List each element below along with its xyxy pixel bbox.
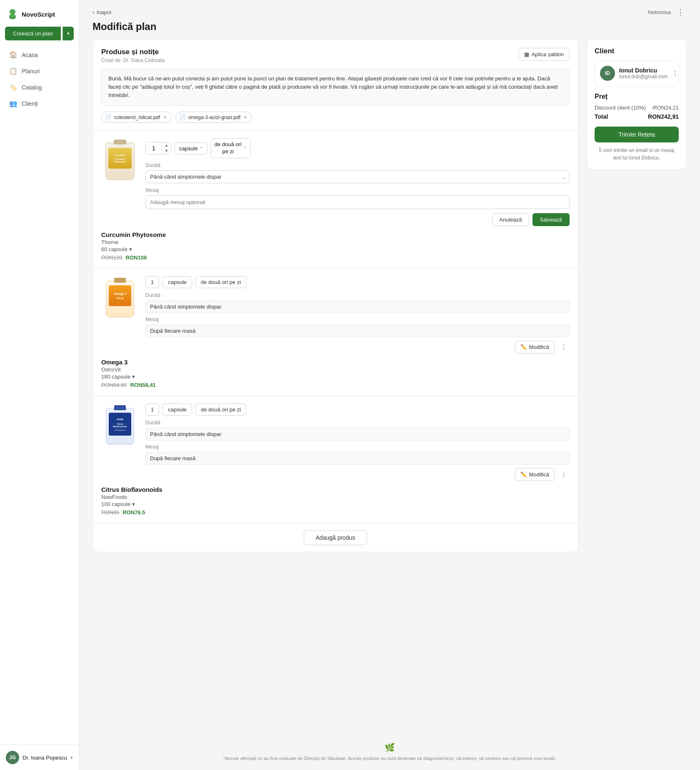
price-section: Preț Discount client (10%) -RON24,21 Tot… xyxy=(595,93,679,120)
price-old-curcumin: RON120 xyxy=(101,254,122,261)
product-price-curcumin: RON120 RON108 xyxy=(101,254,570,261)
attachment-close-1[interactable]: × xyxy=(244,114,247,120)
duration-field-citrus: Durată Până când simptomele dispar xyxy=(145,420,570,441)
freq-arrow-icon-curcumin: ⌃ xyxy=(243,146,247,151)
edit-button-omega3[interactable]: ✏️ Modifică xyxy=(515,341,555,354)
product-item-citrus: now CitrusBioflavonoids 100 Capsules 1 c… xyxy=(93,396,578,523)
product-capsules-citrus[interactable]: 100 capsule ▾ xyxy=(101,501,570,507)
duration-select-curcumin[interactable]: Până când simptomele dispar xyxy=(145,170,570,183)
unit-chip-omega3: capsule xyxy=(162,276,192,288)
send-note: Îi vom trimite un email si un mesaj text… xyxy=(595,147,679,162)
product-name-curcumin: Curcumin Phytosome xyxy=(101,231,570,238)
attachment-close-0[interactable]: × xyxy=(163,114,167,120)
status-badge: Netrimisa xyxy=(648,9,671,15)
unit-select-curcumin[interactable]: capsule ⌃ xyxy=(175,142,208,154)
price-old-citrus: RON85 xyxy=(101,509,119,516)
back-link[interactable]: ‹ Inapoi xyxy=(92,9,111,15)
client-section-title: Client xyxy=(595,47,679,55)
client-name: Ionut Dobricu xyxy=(619,67,668,74)
product-image-curcumin: THORNE CurcuminPhytosome xyxy=(101,138,139,184)
qty-chip-citrus: 1 xyxy=(145,404,159,416)
unit-chip-citrus: capsule xyxy=(162,404,192,416)
footer: 🌿 *Aceste afirmații nu au fost evaluate … xyxy=(79,734,700,770)
nav-menu: 🏠 Acasa 📋 Planuri 🏷️ Catalog 👥 Clienți xyxy=(0,47,79,111)
attachment-name-1: omega-3-acizi-grasi.pdf xyxy=(188,115,240,120)
pdf-icon-0: 📄 xyxy=(105,114,112,120)
dosage-row-citrus: 1 capsule de două ori pe zi xyxy=(145,404,570,416)
logo-icon xyxy=(7,8,18,20)
quantity-input-curcumin[interactable] xyxy=(146,142,162,154)
send-recipe-button[interactable]: Trimite Rețeta xyxy=(595,127,679,142)
unit-label-curcumin: capsule xyxy=(179,145,198,152)
client-avatar: ID xyxy=(600,66,615,81)
product-image-citrus: now CitrusBioflavonoids 100 Capsules xyxy=(101,404,139,449)
sidebar-item-planuri[interactable]: 📋 Planuri xyxy=(4,63,75,79)
products-title: Produse și notițe xyxy=(101,48,165,56)
add-product-button[interactable]: Adaugă produs xyxy=(304,530,368,545)
products-header: Produse și notițe Creat de: Dr. Oana Cio… xyxy=(93,40,578,68)
message-display-omega3: După fiecare masă xyxy=(145,324,570,337)
content-area: Produse și notițe Creat de: Dr. Oana Cio… xyxy=(79,39,700,574)
item-actions-citrus: ✏️ Modifică ⋮ xyxy=(145,468,570,481)
qty-down-curcumin[interactable]: ▼ xyxy=(162,148,171,154)
product-row-omega3: Omega 3 180 mg 1 capsule de două ori pe … xyxy=(101,276,570,354)
product-item-omega3: Omega 3 180 mg 1 capsule de două ori pe … xyxy=(93,268,578,396)
page-title: Modifică plan xyxy=(79,18,700,39)
sidebar-item-clienti[interactable]: 👥 Clienți xyxy=(4,96,75,111)
product-capsules-curcumin[interactable]: 60 capsule ▾ xyxy=(101,246,570,252)
product-capsules-omega3[interactable]: 180 capsule ▾ xyxy=(101,374,570,380)
dosage-row-curcumin: ▲ ▼ capsule ⌃ de două oripe zi xyxy=(145,138,570,158)
topbar-more-button[interactable]: ⋮ xyxy=(674,6,687,18)
user-name: Dr. Ioana Popescu xyxy=(22,755,67,761)
message-input-curcumin[interactable] xyxy=(145,195,570,209)
message-area-curcumin: Mesaj xyxy=(145,187,570,213)
citrus-bottle-visual: now CitrusBioflavonoids 100 Capsules xyxy=(106,408,134,445)
dosage-row-omega3: 1 capsule de două ori pe zi xyxy=(145,276,570,288)
product-brand-omega3: OstroVit xyxy=(101,366,570,373)
omega-bottle-visual: Omega 3 180 mg xyxy=(106,281,134,317)
qty-up-curcumin[interactable]: ▲ xyxy=(162,143,171,148)
plan-message-box: Bună. Mă bucur că ne-am putut conecta și… xyxy=(101,68,570,106)
quantity-box-curcumin: ▲ ▼ xyxy=(145,142,171,154)
user-footer[interactable]: JG Dr. Ioana Popescu ▾ xyxy=(0,745,79,770)
freq-chip-omega3: de două ori pe zi xyxy=(195,276,246,288)
sidebar-item-planuri-label: Planuri xyxy=(22,68,40,75)
message-field-label-curcumin: Mesaj xyxy=(145,187,570,193)
attachments-row: 📄 colesterol_ridicat.pdf × 📄 omega-3-aci… xyxy=(93,112,578,130)
user-chevron-icon: ▾ xyxy=(70,755,73,760)
products-title-area: Produse și notițe Creat de: Dr. Oana Cio… xyxy=(101,48,165,63)
more-button-omega3[interactable]: ⋮ xyxy=(558,341,570,354)
product-info-citrus: Citrus Bioflavonoids NowFoods 100 capsul… xyxy=(101,486,570,516)
client-more-button[interactable]: ⋮ xyxy=(672,70,678,77)
product-info-omega3: Omega 3 OstroVit 180 capsule ▾ RON64,90 … xyxy=(101,359,570,388)
product-brand-citrus: NowFoods xyxy=(101,494,570,500)
discount-label: Discount client (10%) xyxy=(595,105,646,111)
price-section-title: Preț xyxy=(595,93,679,100)
sidebar-item-acasa[interactable]: 🏠 Acasa xyxy=(4,47,75,62)
product-name-citrus: Citrus Bioflavonoids xyxy=(101,486,570,493)
footer-text: *Aceste afirmații nu au fost evaluate de… xyxy=(88,755,692,762)
qty-chip-omega3: 1 xyxy=(145,276,159,288)
left-panel: Produse și notițe Creat de: Dr. Oana Cio… xyxy=(92,39,578,557)
add-product-row: Adaugă produs xyxy=(93,523,578,552)
user-avatar: JG xyxy=(6,751,19,764)
message-label-omega3: Mesaj xyxy=(145,316,570,322)
create-plan-dropdown-button[interactable]: ▾ xyxy=(62,27,74,40)
create-plan-button[interactable]: Creează un plan xyxy=(5,27,61,40)
attachment-name-0: colesterol_ridicat.pdf xyxy=(114,115,160,120)
total-label: Total xyxy=(595,113,608,120)
frequency-select-curcumin[interactable]: de două oripe zi ⌃ xyxy=(211,138,250,158)
edit-button-citrus[interactable]: ✏️ Modifică xyxy=(515,468,555,481)
save-button-curcumin[interactable]: Salvează xyxy=(532,213,570,226)
duration-label-omega3: Durată xyxy=(145,292,570,298)
discount-value: -RON24,21 xyxy=(651,105,679,111)
apply-template-button[interactable]: ▦ Aplica șablon xyxy=(518,48,570,61)
more-button-citrus[interactable]: ⋮ xyxy=(558,468,570,481)
duration-label-citrus: Durată xyxy=(145,420,570,426)
sidebar-item-clienti-label: Clienți xyxy=(22,100,38,107)
sidebar-item-catalog[interactable]: 🏷️ Catalog xyxy=(4,80,75,95)
sidebar-item-catalog-label: Catalog xyxy=(22,84,42,91)
cancel-button-curcumin[interactable]: Anulează xyxy=(492,213,529,226)
discount-row: Discount client (10%) -RON24,21 xyxy=(595,105,679,111)
edit-pencil-icon-citrus: ✏️ xyxy=(520,471,527,478)
